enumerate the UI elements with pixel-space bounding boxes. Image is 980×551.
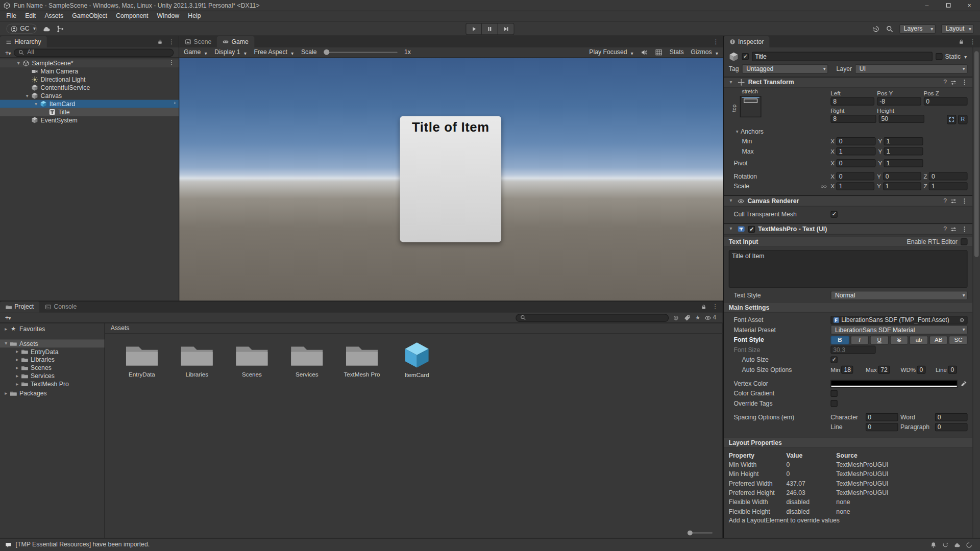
pos-z-field[interactable]: 0 bbox=[923, 97, 967, 106]
account-dropdown[interactable]: GC bbox=[6, 23, 37, 34]
layers-dropdown[interactable]: Layers bbox=[899, 24, 936, 33]
rotation-y-field[interactable]: 0 bbox=[883, 172, 921, 181]
asset-entrydata[interactable]: EntryData bbox=[119, 341, 165, 377]
menu-assets[interactable]: Assets bbox=[40, 13, 68, 19]
hierarchy-item-title[interactable]: Title bbox=[0, 108, 179, 116]
foldout-arrow[interactable] bbox=[14, 373, 20, 379]
presets-icon[interactable] bbox=[950, 197, 957, 204]
spacing-line-field[interactable]: 0 bbox=[865, 423, 898, 431]
text-style-dropdown[interactable]: Normal bbox=[830, 291, 967, 300]
scene-kebab-icon[interactable]: ⋮ bbox=[167, 60, 176, 65]
foldout-arrow[interactable] bbox=[14, 357, 20, 362]
asset-services[interactable]: Services bbox=[284, 341, 330, 377]
anchor-max-y-field[interactable]: 1 bbox=[884, 147, 923, 156]
kebab-menu-icon[interactable]: ⋮ bbox=[167, 39, 176, 45]
background-progress-icon[interactable] bbox=[966, 541, 972, 548]
foldout-arrow[interactable] bbox=[24, 93, 31, 98]
object-picker-icon[interactable] bbox=[959, 317, 965, 323]
tmp-enabled-checkbox[interactable] bbox=[748, 226, 755, 232]
lock-icon[interactable] bbox=[958, 39, 964, 45]
hierarchy-search-input[interactable]: All bbox=[14, 48, 174, 57]
foldout-arrow[interactable] bbox=[33, 102, 39, 107]
height-field[interactable]: 50 bbox=[879, 115, 924, 123]
menu-window[interactable]: Window bbox=[153, 13, 184, 19]
presets-icon[interactable] bbox=[950, 79, 957, 86]
cloud-icon[interactable] bbox=[42, 24, 51, 33]
play-button[interactable] bbox=[465, 23, 482, 35]
asset-libraries[interactable]: Libraries bbox=[174, 341, 220, 377]
hierarchy-item-scene[interactable]: SampleScene* ⋮ bbox=[0, 59, 179, 67]
scale-y-field[interactable]: 1 bbox=[883, 182, 921, 190]
foldout-arrow[interactable] bbox=[15, 61, 21, 66]
tree-item-textmeshpro[interactable]: TextMesh Pro bbox=[0, 380, 104, 388]
mute-audio-icon[interactable] bbox=[641, 48, 648, 56]
create-asset-button[interactable]: + bbox=[3, 314, 12, 321]
spacing-character-field[interactable]: 0 bbox=[865, 413, 898, 421]
tag-dropdown[interactable]: Untagged bbox=[742, 64, 828, 73]
add-gameobject-button[interactable]: + bbox=[3, 49, 12, 56]
search-icon[interactable] bbox=[886, 24, 894, 33]
constrain-proportions-icon[interactable] bbox=[821, 184, 827, 190]
cull-transparent-mesh-checkbox[interactable] bbox=[830, 211, 837, 217]
status-message-icon[interactable] bbox=[5, 541, 12, 548]
auto-size-min-field[interactable]: 18 bbox=[842, 366, 853, 374]
auto-refresh-icon[interactable] bbox=[942, 541, 948, 548]
step-button[interactable] bbox=[498, 23, 514, 35]
menu-help[interactable]: Help bbox=[184, 13, 205, 19]
help-icon[interactable]: ? bbox=[943, 226, 947, 232]
pos-y-field[interactable]: -8 bbox=[877, 97, 921, 106]
font-asset-field[interactable]: LiberationSans SDF (TMP_Font Asset) bbox=[830, 315, 967, 324]
scale-z-field[interactable]: 1 bbox=[929, 182, 967, 190]
spacing-word-field[interactable]: 0 bbox=[935, 413, 968, 421]
layout-dropdown[interactable]: Layout bbox=[941, 24, 974, 33]
tree-item-packages[interactable]: Packages bbox=[0, 389, 104, 397]
foldout-arrow[interactable] bbox=[727, 80, 734, 85]
anchor-min-y-field[interactable]: 1 bbox=[884, 137, 923, 145]
help-icon[interactable]: ? bbox=[943, 79, 947, 85]
override-tags-checkbox[interactable] bbox=[830, 400, 837, 407]
hidden-packages-toggle[interactable]: 4 bbox=[705, 314, 717, 321]
auto-size-max-field[interactable]: 72 bbox=[878, 366, 890, 374]
hierarchy-item-directional-light[interactable]: Directional Light bbox=[0, 76, 179, 84]
foldout-arrow[interactable] bbox=[727, 198, 734, 204]
rtl-checkbox[interactable] bbox=[961, 238, 967, 245]
tmp-header[interactable]: TextMeshPro - Text (UI) ? ⋮ bbox=[724, 223, 972, 235]
italic-button[interactable]: I bbox=[850, 335, 869, 344]
hierarchy-item-main-camera[interactable]: Main Camera bbox=[0, 67, 179, 76]
tree-item-services[interactable]: Services bbox=[0, 372, 104, 380]
right-field[interactable]: 8 bbox=[830, 115, 876, 123]
lowercase-button[interactable]: ab bbox=[910, 335, 928, 344]
asset-zoom-slider[interactable] bbox=[688, 532, 713, 533]
maximize-button[interactable] bbox=[938, 0, 959, 11]
auto-size-checkbox[interactable] bbox=[830, 356, 837, 363]
kebab-menu-icon[interactable]: ⋮ bbox=[711, 39, 720, 45]
pivot-y-field[interactable]: 1 bbox=[884, 159, 923, 167]
anchor-max-x-field[interactable]: 1 bbox=[837, 147, 876, 156]
tab-scene[interactable]: Scene bbox=[179, 36, 217, 47]
eyedropper-icon[interactable] bbox=[961, 380, 967, 387]
scale-slider-knob[interactable] bbox=[324, 49, 329, 55]
hierarchy-item-eventsystem[interactable]: EventSystem bbox=[0, 116, 179, 124]
static-checkbox[interactable] bbox=[936, 53, 942, 60]
asset-scenes[interactable]: Scenes bbox=[229, 341, 275, 377]
foldout-arrow[interactable] bbox=[14, 382, 20, 387]
strikethrough-button[interactable]: S bbox=[890, 335, 908, 344]
hierarchy-item-canvas[interactable]: Canvas bbox=[0, 92, 179, 100]
close-button[interactable]: × bbox=[959, 0, 980, 11]
game-viewport[interactable]: Title of Item bbox=[179, 58, 723, 301]
undo-history-icon[interactable] bbox=[872, 24, 880, 33]
bold-button[interactable]: B bbox=[830, 335, 849, 344]
underline-button[interactable]: U bbox=[870, 335, 889, 344]
tree-item-scenes[interactable]: Scenes bbox=[0, 364, 104, 372]
menu-file[interactable]: File bbox=[2, 13, 21, 19]
anchor-preset-widget[interactable]: stretch top bbox=[731, 89, 768, 123]
cloud-activity-icon[interactable] bbox=[954, 541, 961, 548]
menu-edit[interactable]: Edit bbox=[21, 13, 40, 19]
version-control-icon[interactable] bbox=[56, 24, 64, 33]
aspect-dropdown[interactable]: Free Aspect bbox=[254, 49, 295, 56]
name-input[interactable]: Title bbox=[752, 52, 933, 61]
tree-item-entrydata[interactable]: EntryData bbox=[0, 347, 104, 356]
auto-size-line-field[interactable]: 0 bbox=[948, 366, 957, 374]
kebab-menu-icon[interactable]: ⋮ bbox=[968, 39, 977, 45]
zoom-knob[interactable] bbox=[688, 531, 693, 536]
